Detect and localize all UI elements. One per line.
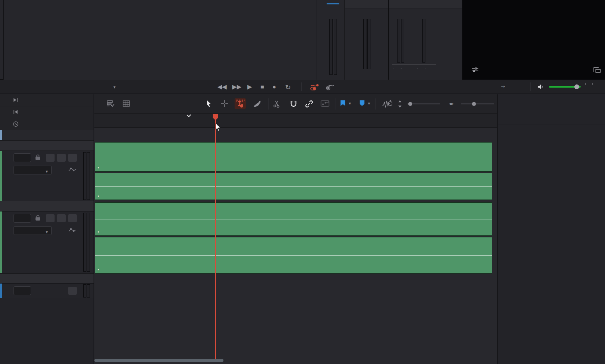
linked-selection-icon[interactable] [305,100,313,108]
chevron-down-icon: ▼ [45,168,49,176]
volume-slider-knob[interactable] [574,84,579,89]
pointer-tool-icon[interactable] [205,100,214,108]
reset-button[interactable] [417,68,426,69]
clip-a1-left[interactable]: • [95,142,492,172]
a2-header-meter-left [83,213,86,272]
bus1-meter-panel [317,0,345,80]
a1-input-dropdown[interactable]: ▼ [14,166,52,174]
control-room-dashes [374,19,378,68]
a2-record-arm-button[interactable] [46,214,55,222]
a1-volume-field[interactable] [14,153,31,162]
marker-chevron-icon[interactable]: ▼ [367,102,376,110]
marker-icon[interactable] [359,100,368,108]
clip-a1-right[interactable]: • [95,173,492,200]
bus-meter-right [334,19,337,75]
timeline-selector[interactable]: ▼ [110,84,116,90]
loudness-scale [406,19,415,63]
trim-edit-tool-icon[interactable] [235,98,246,109]
monitor-volume-slider[interactable] [549,86,581,88]
bus-color-strip [327,3,339,4]
flag-icon[interactable] [340,100,349,108]
b1-header-meter-left [83,284,86,297]
pip-expand-icon[interactable] [593,67,601,73]
skip-to-end-icon[interactable] [13,97,19,104]
route-arrow-icon: ⇢ [501,84,505,89]
vertical-zoom-slider[interactable] [407,104,440,104]
transport-separator [302,82,302,91]
bus-track-lane[interactable] [94,274,492,298]
speaker-icon[interactable] [537,84,544,90]
horizontal-zoom-slider[interactable] [461,104,494,104]
razor-scissors-icon[interactable] [273,100,282,108]
track-header-column: ▼ [0,94,94,364]
range-tool-icon[interactable] [221,100,229,108]
vertical-zoom-knob[interactable] [408,102,412,106]
loop-button[interactable]: ↻ [285,83,291,92]
b1-mute-button[interactable] [68,287,77,295]
timeline-toolbar: ▼ ▼ ◂▸ [94,94,497,114]
fast-forward-button[interactable]: ▶▶ [232,83,241,90]
loudness-panel [388,0,462,80]
pause-button[interactable] [393,68,401,69]
a1-automation-curve-icon[interactable] [69,167,76,172]
play-button[interactable]: ▶ [247,83,252,90]
monitor-separator [531,82,531,91]
bus-meter-scale [319,19,327,74]
a2-automation-curve-icon[interactable] [69,227,76,233]
track-header-b1[interactable] [0,274,94,298]
transport-bar: ▼ ◀◀ ▶▶ ▶ ■ ● ↻ ⇢ [0,80,605,94]
clip-a2-right-label: • [98,267,99,272]
flag-chevron-icon[interactable]: ▼ [348,102,357,110]
a1-lock-icon[interactable] [35,154,41,160]
automation-settings-icon[interactable] [325,83,335,91]
a2-solo-button[interactable] [57,214,66,222]
a2-color-strip [0,201,2,273]
timeline-ruler[interactable] [94,114,497,128]
metering-section [0,0,605,80]
control-room-title [345,0,388,8]
track-header-a2[interactable]: ▼ [0,201,94,274]
timeline-area[interactable]: ▼ ▼ ◂▸ [94,94,497,364]
b1-header-meter-right [87,284,90,297]
horizontal-zoom-knob[interactable] [472,102,476,106]
a1-mute-button[interactable] [68,154,77,162]
waveform-zoom-icon[interactable] [382,100,391,108]
a2-header-meter-right [87,213,90,272]
viewer-settings-icon[interactable] [471,66,479,74]
clip-a1-right-label: • [98,194,99,198]
flag-keyframe-icon[interactable] [321,100,329,108]
track-index-grid-icon[interactable] [122,100,131,108]
timeline-options-icon[interactable] [106,100,115,108]
clock-icon[interactable] [13,121,19,127]
a2-mute-button[interactable] [68,214,77,222]
horizontal-scrollbar[interactable] [94,359,223,362]
a2-volume-field[interactable] [14,214,31,223]
in-point-row [0,106,94,118]
mixer-panel [497,94,605,364]
clip-a2-left-label: • [98,229,99,234]
video-viewer [462,0,605,80]
pencil-tool-icon[interactable] [253,100,262,108]
record-button[interactable]: ● [272,83,276,90]
clip-a2-right[interactable]: • [95,237,492,274]
chevron-down-icon: ▼ [45,228,49,236]
rewind-button[interactable]: ◀◀ [217,83,227,90]
a1-solo-button[interactable] [57,154,66,162]
track-header-a1[interactable]: ▼ [0,141,94,201]
stop-button[interactable]: ■ [260,83,264,90]
track-height-icon[interactable] [397,100,406,108]
a2-lock-icon[interactable] [35,215,41,221]
skip-to-start-icon[interactable] [13,109,19,115]
snapping-magnet-icon[interactable] [290,100,298,108]
dim-button[interactable] [585,83,593,85]
control-room-meter-left [363,19,366,69]
v1-color-strip [0,130,2,140]
playhead-line[interactable] [215,116,216,360]
clip-a2-left[interactable]: • [95,202,492,236]
b1-volume-field[interactable] [14,286,31,295]
a1-record-arm-button[interactable] [46,154,55,162]
track-header-v1[interactable] [0,130,94,141]
duration-row [0,118,94,130]
automation-toggle-icon[interactable] [310,83,320,91]
a2-input-dropdown[interactable]: ▼ [14,226,52,235]
